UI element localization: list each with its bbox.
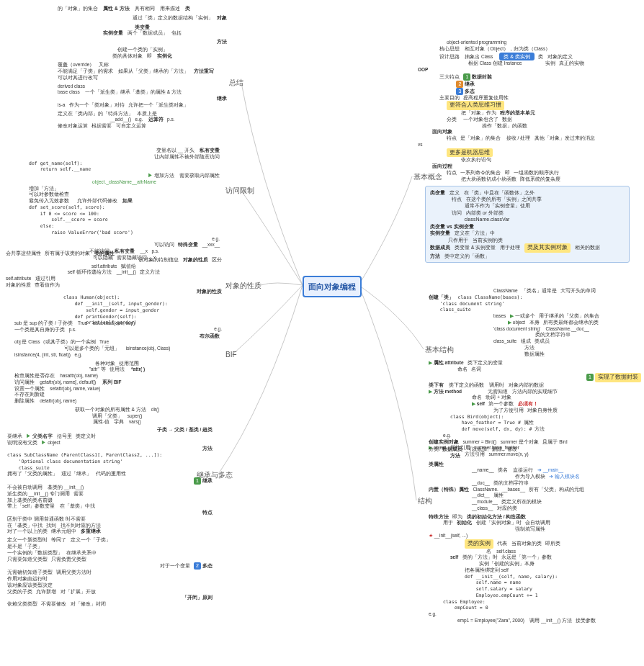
- flag-icon: ▶: [41, 440, 46, 445]
- branch-bif: BIF: [225, 351, 237, 359]
- region-basic: object-oriented programming 核心思想 相互对象（Ob…: [418, 40, 634, 263]
- branch-access: 访问限制: [225, 186, 254, 196]
- region-inherit: 子类 → 父类 / 基类 / 超类 要继承 ▶ 父类名字 括号里 类定义时 说明…: [7, 427, 213, 608]
- branch-summary: 总结: [229, 78, 243, 88]
- flag-icon: ▶: [26, 433, 31, 438]
- flag-icon: ▶: [472, 401, 475, 406]
- arrow-icon: ➜: [537, 467, 542, 472]
- region-selfstruct: ClassName 「类名」通常是 大写开头的单词 创建「类」 class Cl…: [429, 288, 641, 458]
- arrow-icon: ➜: [549, 474, 553, 479]
- flag-icon: ▶: [148, 173, 153, 178]
- flag-icon: ▶: [429, 389, 432, 394]
- region-summary: 的「对象」的集合 属性 & 方法 具有相同 用来描述 类 通过「类」定义的数据结…: [58, 6, 227, 130]
- flag-icon: ▶: [508, 320, 511, 325]
- region-access: 变量名以 __ 开头 私有变量 让内部属性不被外部随意访问 def get_na…: [29, 148, 220, 261]
- region-structure: 分类 数据成员 可以添加、删除、修改 方法 类属性 __name__ 类名 直接…: [429, 446, 641, 624]
- root-node: 面向对象编程: [303, 276, 362, 297]
- flag-icon: ▶: [510, 313, 514, 318]
- branch-properties: 对象的性质: [225, 281, 261, 291]
- star-icon: ★: [429, 533, 433, 538]
- flag-icon: ▶: [429, 360, 432, 365]
- region-bif: sub 是 sup 的子类 / 子孙类 True issubclass(sub,…: [14, 320, 220, 426]
